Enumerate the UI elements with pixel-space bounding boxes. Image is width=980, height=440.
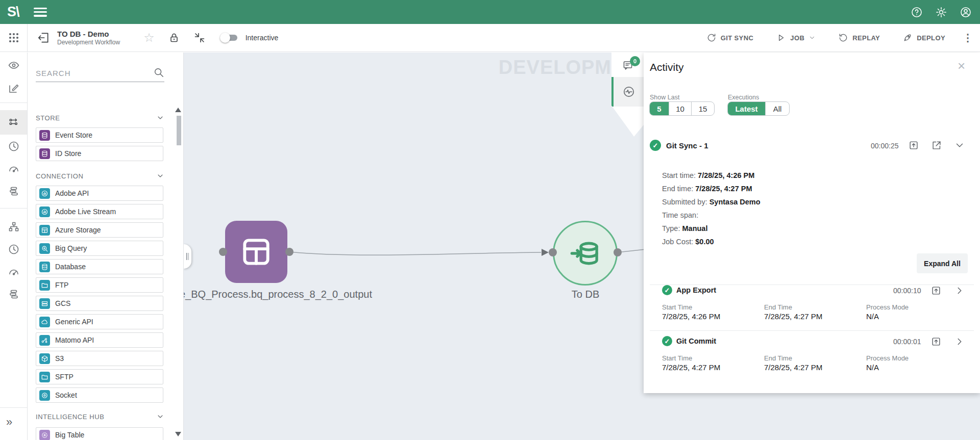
help-icon[interactable] [911, 6, 923, 18]
gauge-icon-2[interactable] [8, 266, 20, 278]
section-header-store[interactable]: STORE [36, 114, 164, 122]
search-icon[interactable] [153, 67, 164, 78]
expand-entry-chevron-icon[interactable] [954, 285, 965, 296]
palette-item-gcs[interactable]: GCS [36, 296, 163, 311]
replay-button[interactable]: REPLAY [838, 33, 880, 43]
database-icon [39, 262, 50, 272]
workflow-subtitle: Development Workflow [57, 39, 120, 46]
sidebar-scroll-up-arrow[interactable] [175, 108, 181, 112]
job-button[interactable]: JOB [776, 33, 816, 43]
expand-all-button[interactable]: Expand All [917, 253, 968, 273]
open-log-icon[interactable] [930, 336, 942, 347]
palette-item-matomo-api[interactable]: Matomo API [36, 332, 163, 348]
expand-entry-chevron-icon[interactable] [954, 336, 965, 347]
collapse-canvas-icon[interactable] [193, 32, 206, 44]
detail-label: Job Cost: [662, 238, 695, 246]
deploy-button[interactable]: DEPLOY [902, 33, 945, 43]
interactive-toggle[interactable] [220, 33, 239, 43]
git-sync-entry-name[interactable]: Git Sync - 1 [666, 141, 708, 150]
palette-item-label: Big Table [55, 431, 84, 439]
section-header-intelligence-hub[interactable]: INTELLIGENCE HUB [36, 412, 164, 421]
palette-item-azure-storage[interactable]: Azure Storage [36, 222, 163, 238]
notifications-tab[interactable]: 0 [611, 56, 644, 75]
palette-item-s3[interactable]: S3 [36, 351, 163, 366]
git-sync-button[interactable]: GIT SYNC [706, 33, 754, 43]
settings-gear-icon[interactable] [935, 6, 947, 18]
bq-process-node[interactable] [225, 221, 287, 283]
palette-item-id-store[interactable]: ID Store [36, 146, 163, 161]
to-db-output-port[interactable] [614, 248, 622, 256]
sidebar-collapse-handle[interactable] [184, 244, 191, 269]
palette-item-socket[interactable]: Socket [36, 387, 163, 403]
history-clock-icon[interactable] [8, 140, 20, 152]
detail-label: Start time: [662, 171, 698, 179]
activity-tab-selected[interactable] [611, 77, 644, 107]
to-db-input-port[interactable] [549, 248, 557, 256]
gauge-icon[interactable] [8, 163, 20, 175]
activity-panel-title: Activity [650, 61, 684, 73]
palette-item-big-table[interactable]: Big Table [36, 427, 163, 440]
palette-item-ftp[interactable]: FTP [36, 277, 163, 293]
palette-item-generic-api[interactable]: Generic API [36, 314, 163, 329]
node-output-port[interactable] [285, 248, 293, 256]
notifications-count-badge: 0 [630, 56, 640, 66]
palette-item-sftp[interactable]: SFTP [36, 369, 163, 384]
edit-icon[interactable] [8, 82, 20, 94]
show-last-option-15[interactable]: 15 [692, 102, 714, 115]
job-label: JOB [790, 34, 804, 42]
apps-grid-button[interactable] [0, 24, 28, 51]
database-arrow-icon [569, 237, 602, 270]
close-icon[interactable]: × [958, 59, 965, 72]
process-mode-column-label: Process Mode [866, 303, 909, 311]
executions-option-latest[interactable]: Latest [728, 102, 766, 115]
palette-item-database[interactable]: Database [36, 259, 163, 274]
executions-option-all[interactable]: All [766, 102, 789, 115]
application-window: S\ TO DB - Demo Development Workflow ☆ I… [0, 0, 980, 440]
palette-item-big-query[interactable]: Big Query [36, 241, 163, 256]
search-input[interactable] [36, 66, 164, 82]
open-log-icon[interactable] [930, 285, 942, 296]
view-eye-icon[interactable] [8, 59, 20, 71]
layers-icon-2[interactable] [8, 288, 20, 300]
chevron-down-icon [156, 412, 164, 421]
app-export-entry-name[interactable]: App Export [676, 286, 716, 294]
sidebar-scrollbar-thumb[interactable] [177, 116, 181, 145]
palette-item-adobe-live-stream[interactable]: Adobe Live Stream [36, 204, 163, 219]
node-input-port[interactable] [219, 248, 227, 256]
git-commit-entry-name[interactable]: Git Commit [676, 337, 716, 345]
layers-icon[interactable] [8, 185, 20, 197]
success-check-icon: ✓ [662, 336, 672, 346]
account-icon[interactable] [960, 6, 972, 18]
more-options-kebab-icon[interactable]: ⋮ [963, 32, 973, 44]
show-last-option-5[interactable]: 5 [650, 102, 669, 115]
top-bar-actions [911, 6, 972, 18]
palette-item-adobe-api[interactable]: Adobe API [36, 186, 163, 201]
end-time-column-label: End Time [764, 354, 792, 362]
detail-value: 7/28/25, 4:26 PM [698, 171, 754, 179]
to-db-node[interactable] [553, 221, 618, 286]
history-clock-icon-2[interactable] [8, 243, 20, 255]
palette-item-event-store[interactable]: Event Store [36, 127, 163, 143]
start-time-column-label: Start Time [662, 303, 692, 311]
favorite-star-icon[interactable]: ☆ [143, 32, 155, 44]
open-log-icon[interactable] [908, 140, 919, 151]
lock-icon[interactable] [168, 32, 180, 44]
panel-divider [650, 330, 974, 331]
sidebar-scroll-down-arrow[interactable] [175, 432, 181, 436]
exit-workflow-icon[interactable] [37, 31, 50, 44]
external-link-icon[interactable] [931, 140, 942, 151]
detail-label: Time span: [662, 211, 698, 219]
expand-rail-icon[interactable]: » [6, 416, 12, 429]
detail-row: Time span: [662, 209, 761, 222]
search-field-wrap [36, 66, 164, 82]
show-last-option-10[interactable]: 10 [669, 102, 692, 115]
sitemap-icon[interactable] [8, 221, 20, 233]
detail-label: End time: [662, 185, 695, 193]
s3-icon [39, 353, 50, 364]
hamburger-menu-icon[interactable] [34, 8, 47, 17]
palette-item-label: ID Store [55, 149, 81, 158]
collapse-entry-chevron-icon[interactable] [954, 140, 965, 151]
detail-row: Start time: 7/28/25, 4:26 PM [662, 169, 761, 182]
section-header-connection[interactable]: CONNECTION [36, 172, 164, 180]
workflow-flow-icon[interactable] [8, 116, 20, 128]
